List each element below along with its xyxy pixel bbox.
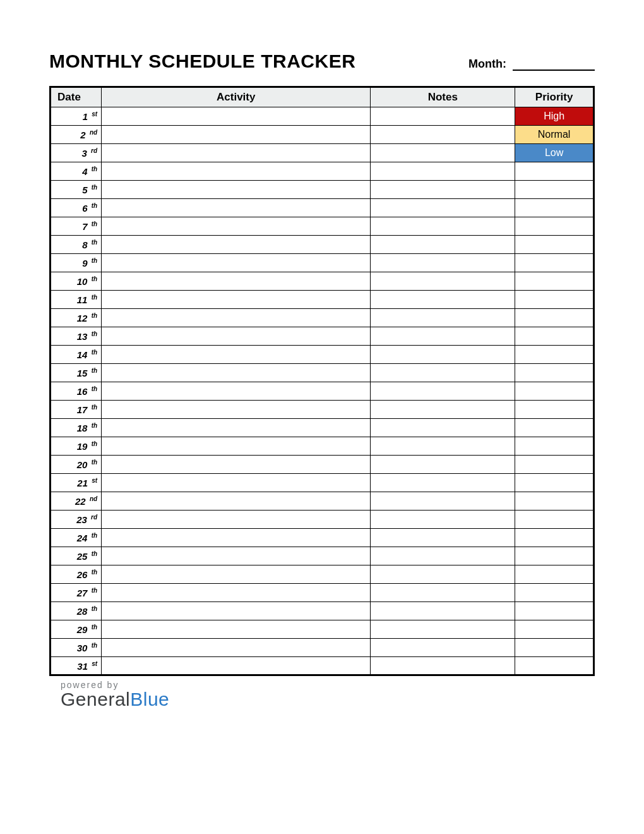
- notes-input[interactable]: [374, 529, 511, 547]
- notes-input[interactable]: [374, 437, 511, 455]
- activity-input[interactable]: [105, 639, 366, 656]
- priority-cell[interactable]: [515, 254, 594, 272]
- activity-input[interactable]: [105, 529, 366, 547]
- priority-cell[interactable]: [515, 529, 594, 547]
- notes-input[interactable]: [374, 181, 511, 198]
- activity-input[interactable]: [105, 511, 366, 528]
- notes-input[interactable]: [374, 511, 511, 528]
- activity-input[interactable]: [105, 565, 366, 583]
- notes-input[interactable]: [374, 327, 511, 345]
- activity-input[interactable]: [105, 309, 366, 327]
- activity-input[interactable]: [105, 291, 366, 308]
- notes-input[interactable]: [374, 291, 511, 308]
- notes-input[interactable]: [374, 107, 511, 125]
- priority-cell[interactable]: [515, 346, 594, 364]
- notes-input[interactable]: [374, 547, 511, 565]
- notes-input[interactable]: [374, 474, 511, 492]
- notes-input[interactable]: [374, 639, 511, 656]
- priority-cell[interactable]: [515, 162, 594, 181]
- priority-cell[interactable]: Low: [515, 144, 594, 162]
- activity-input[interactable]: [105, 107, 366, 125]
- priority-cell[interactable]: [515, 437, 594, 456]
- priority-cell[interactable]: [515, 657, 594, 675]
- notes-input[interactable]: [374, 199, 511, 217]
- activity-input[interactable]: [105, 126, 366, 143]
- notes-input[interactable]: [374, 309, 511, 327]
- activity-input[interactable]: [105, 474, 366, 492]
- notes-cell: [371, 199, 515, 217]
- priority-cell[interactable]: [515, 181, 594, 199]
- priority-cell[interactable]: [515, 492, 594, 511]
- priority-cell[interactable]: [515, 474, 594, 492]
- priority-cell[interactable]: [515, 364, 594, 382]
- activity-input[interactable]: [105, 584, 366, 601]
- notes-input[interactable]: [374, 144, 511, 162]
- activity-input[interactable]: [105, 327, 366, 345]
- notes-input[interactable]: [374, 492, 511, 510]
- priority-cell[interactable]: High: [515, 107, 594, 126]
- priority-cell[interactable]: [515, 511, 594, 529]
- priority-cell[interactable]: [515, 309, 594, 327]
- priority-cell[interactable]: [515, 382, 594, 401]
- activity-input[interactable]: [105, 419, 366, 437]
- activity-input[interactable]: [105, 620, 366, 638]
- activity-input[interactable]: [105, 254, 366, 272]
- notes-input[interactable]: [374, 419, 511, 437]
- activity-input[interactable]: [105, 547, 366, 565]
- priority-cell[interactable]: [515, 547, 594, 565]
- notes-input[interactable]: [374, 236, 511, 253]
- activity-input[interactable]: [105, 162, 366, 180]
- activity-input[interactable]: [105, 346, 366, 363]
- notes-input[interactable]: [374, 565, 511, 583]
- priority-cell[interactable]: [515, 199, 594, 217]
- notes-input[interactable]: [374, 584, 511, 601]
- priority-cell[interactable]: [515, 419, 594, 437]
- notes-cell: [371, 547, 515, 565]
- activity-input[interactable]: [105, 492, 366, 510]
- priority-cell[interactable]: [515, 620, 594, 639]
- notes-input[interactable]: [374, 456, 511, 473]
- activity-input[interactable]: [105, 437, 366, 455]
- activity-input[interactable]: [105, 657, 366, 674]
- notes-input[interactable]: [374, 346, 511, 363]
- priority-cell[interactable]: [515, 291, 594, 309]
- priority-cell[interactable]: [515, 327, 594, 346]
- month-input[interactable]: [513, 57, 595, 71]
- notes-input[interactable]: [374, 382, 511, 400]
- activity-input[interactable]: [105, 181, 366, 198]
- priority-cell[interactable]: [515, 401, 594, 419]
- activity-input[interactable]: [105, 382, 366, 400]
- activity-input[interactable]: [105, 364, 366, 382]
- activity-input[interactable]: [105, 236, 366, 253]
- priority-cell[interactable]: [515, 639, 594, 657]
- priority-cell[interactable]: Normal: [515, 126, 594, 144]
- notes-input[interactable]: [374, 657, 511, 674]
- notes-input[interactable]: [374, 364, 511, 382]
- notes-input[interactable]: [374, 602, 511, 620]
- priority-cell[interactable]: [515, 602, 594, 620]
- notes-input[interactable]: [374, 126, 511, 143]
- priority-cell[interactable]: [515, 217, 594, 236]
- notes-input[interactable]: [374, 162, 511, 180]
- notes-input[interactable]: [374, 217, 511, 235]
- date-cell: 9 th: [51, 254, 102, 272]
- priority-cell[interactable]: [515, 565, 594, 584]
- notes-input[interactable]: [374, 254, 511, 272]
- activity-input[interactable]: [105, 144, 366, 162]
- notes-input[interactable]: [374, 401, 511, 418]
- priority-cell[interactable]: [515, 456, 594, 474]
- activity-input[interactable]: [105, 401, 366, 418]
- activity-input[interactable]: [105, 199, 366, 217]
- priority-cell[interactable]: [515, 236, 594, 254]
- notes-input[interactable]: [374, 620, 511, 638]
- activity-input[interactable]: [105, 217, 366, 235]
- priority-cell[interactable]: [515, 584, 594, 602]
- activity-cell: [102, 199, 371, 217]
- notes-cell: [371, 107, 515, 126]
- date-cell: 29 th: [51, 620, 102, 639]
- activity-input[interactable]: [105, 272, 366, 290]
- notes-input[interactable]: [374, 272, 511, 290]
- priority-cell[interactable]: [515, 272, 594, 291]
- activity-input[interactable]: [105, 602, 366, 620]
- activity-input[interactable]: [105, 456, 366, 473]
